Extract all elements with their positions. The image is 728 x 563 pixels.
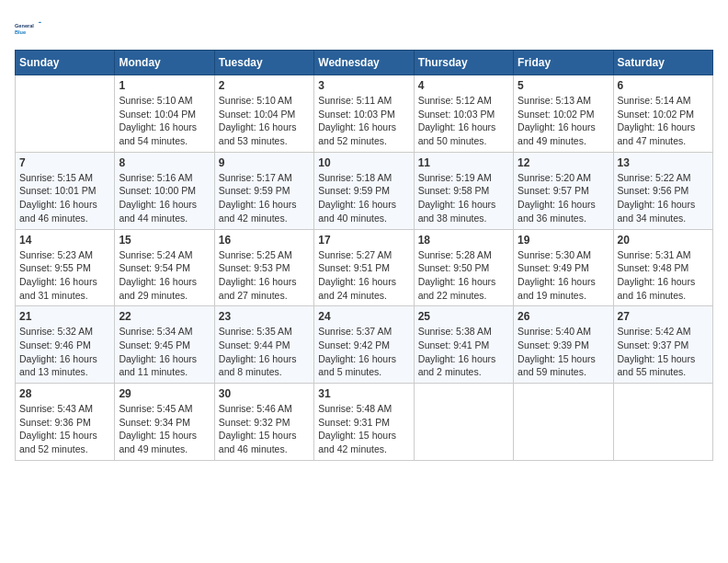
daylight-hours: Daylight: 16 hours and 29 minutes. (119, 276, 197, 301)
sunrise-time: Sunrise: 5:30 AM (518, 249, 591, 260)
daylight-hours: Daylight: 16 hours and 46 minutes. (19, 199, 97, 224)
calendar-cell: 12 Sunrise: 5:20 AM Sunset: 9:57 PM Dayl… (514, 152, 613, 229)
sunrise-time: Sunrise: 5:38 AM (418, 326, 492, 337)
day-info: Sunrise: 5:24 AM Sunset: 9:54 PM Dayligh… (119, 248, 210, 303)
sunset-time: Sunset: 9:41 PM (418, 339, 490, 350)
daylight-hours: Daylight: 16 hours and 53 minutes. (219, 121, 297, 146)
day-number: 26 (518, 310, 609, 323)
svg-text:Blue: Blue (15, 29, 26, 35)
day-number: 25 (418, 310, 509, 323)
day-info: Sunrise: 5:43 AM Sunset: 9:36 PM Dayligh… (19, 402, 110, 456)
sunset-time: Sunset: 9:54 PM (119, 262, 190, 273)
day-number: 16 (219, 234, 310, 247)
sunrise-time: Sunrise: 5:19 AM (418, 172, 492, 183)
sunrise-time: Sunrise: 5:35 AM (219, 326, 292, 337)
calendar-cell (414, 384, 513, 461)
sunrise-time: Sunrise: 5:31 AM (618, 249, 691, 260)
week-row-3: 14 Sunrise: 5:23 AM Sunset: 9:55 PM Dayl… (16, 229, 713, 306)
day-number: 3 (318, 79, 409, 92)
sunset-time: Sunset: 9:34 PM (119, 417, 190, 428)
sunset-time: Sunset: 10:02 PM (518, 109, 594, 120)
day-number: 2 (219, 79, 310, 92)
day-info: Sunrise: 5:34 AM Sunset: 9:45 PM Dayligh… (119, 325, 210, 379)
day-info: Sunrise: 5:13 AM Sunset: 10:02 PM Daylig… (518, 94, 609, 148)
calendar-cell: 31 Sunrise: 5:48 AM Sunset: 9:31 PM Dayl… (314, 384, 414, 461)
daylight-hours: Daylight: 16 hours and 49 minutes. (518, 121, 596, 146)
daylight-hours: Daylight: 16 hours and 34 minutes. (618, 199, 696, 224)
sunset-time: Sunset: 9:37 PM (618, 339, 689, 350)
sunset-time: Sunset: 9:31 PM (318, 417, 390, 428)
calendar-cell (16, 75, 115, 153)
day-info: Sunrise: 5:10 AM Sunset: 10:04 PM Daylig… (119, 94, 210, 148)
sunset-time: Sunset: 9:42 PM (318, 339, 390, 350)
day-number: 28 (19, 387, 110, 400)
daylight-hours: Daylight: 16 hours and 44 minutes. (119, 199, 197, 224)
daylight-hours: Daylight: 16 hours and 31 minutes. (19, 276, 97, 301)
calendar-cell: 24 Sunrise: 5:37 AM Sunset: 9:42 PM Dayl… (314, 306, 414, 384)
sunset-time: Sunset: 10:03 PM (418, 109, 495, 120)
daylight-hours: Daylight: 16 hours and 5 minutes. (318, 353, 396, 378)
sunset-time: Sunset: 9:46 PM (19, 339, 91, 350)
calendar-cell: 1 Sunrise: 5:10 AM Sunset: 10:04 PM Dayl… (115, 75, 214, 153)
sunrise-time: Sunrise: 5:10 AM (119, 95, 192, 106)
daylight-hours: Daylight: 16 hours and 22 minutes. (418, 276, 496, 301)
header: General Blue (15, 15, 713, 42)
daylight-hours: Daylight: 16 hours and 40 minutes. (318, 199, 396, 224)
daylight-hours: Daylight: 16 hours and 2 minutes. (418, 353, 496, 378)
calendar-cell: 5 Sunrise: 5:13 AM Sunset: 10:02 PM Dayl… (514, 75, 613, 153)
daylight-hours: Daylight: 15 hours and 42 minutes. (318, 430, 396, 454)
day-number: 14 (19, 234, 110, 247)
day-number: 27 (618, 310, 709, 323)
sunrise-time: Sunrise: 5:40 AM (518, 326, 591, 337)
calendar-cell: 15 Sunrise: 5:24 AM Sunset: 9:54 PM Dayl… (115, 229, 214, 306)
calendar-cell: 10 Sunrise: 5:18 AM Sunset: 9:59 PM Dayl… (314, 152, 414, 229)
day-number: 9 (219, 156, 310, 169)
day-number: 5 (518, 79, 609, 92)
sunrise-time: Sunrise: 5:10 AM (219, 95, 292, 106)
day-info: Sunrise: 5:40 AM Sunset: 9:39 PM Dayligh… (518, 325, 609, 379)
day-info: Sunrise: 5:25 AM Sunset: 9:53 PM Dayligh… (219, 248, 310, 303)
day-number: 10 (318, 156, 409, 169)
day-info: Sunrise: 5:42 AM Sunset: 9:37 PM Dayligh… (618, 325, 709, 379)
day-number: 30 (219, 387, 310, 400)
calendar-cell: 7 Sunrise: 5:15 AM Sunset: 10:01 PM Dayl… (16, 152, 115, 229)
sunrise-time: Sunrise: 5:15 AM (19, 172, 93, 183)
day-info: Sunrise: 5:38 AM Sunset: 9:41 PM Dayligh… (418, 325, 509, 379)
day-number: 6 (618, 79, 709, 92)
day-info: Sunrise: 5:11 AM Sunset: 10:03 PM Daylig… (318, 94, 409, 148)
calendar-cell: 9 Sunrise: 5:17 AM Sunset: 9:59 PM Dayli… (214, 152, 313, 229)
daylight-hours: Daylight: 16 hours and 11 minutes. (119, 353, 197, 378)
sunset-time: Sunset: 9:59 PM (219, 185, 290, 196)
calendar-cell: 4 Sunrise: 5:12 AM Sunset: 10:03 PM Dayl… (414, 75, 513, 153)
day-info: Sunrise: 5:17 AM Sunset: 9:59 PM Dayligh… (219, 171, 310, 225)
calendar-cell: 19 Sunrise: 5:30 AM Sunset: 9:49 PM Dayl… (514, 229, 613, 306)
day-info: Sunrise: 5:45 AM Sunset: 9:34 PM Dayligh… (119, 402, 210, 456)
calendar-cell: 29 Sunrise: 5:45 AM Sunset: 9:34 PM Dayl… (115, 384, 214, 461)
sunset-time: Sunset: 9:36 PM (19, 417, 91, 428)
day-number: 13 (618, 156, 709, 169)
day-number: 12 (518, 156, 609, 169)
sunset-time: Sunset: 9:58 PM (418, 185, 490, 196)
day-number: 15 (119, 234, 210, 247)
day-number: 22 (119, 310, 210, 323)
sunrise-time: Sunrise: 5:45 AM (119, 403, 192, 414)
calendar-cell: 25 Sunrise: 5:38 AM Sunset: 9:41 PM Dayl… (414, 306, 513, 384)
day-info: Sunrise: 5:22 AM Sunset: 9:56 PM Dayligh… (618, 171, 709, 225)
daylight-hours: Daylight: 16 hours and 54 minutes. (119, 121, 197, 146)
logo-icon: General Blue (15, 15, 42, 42)
sunrise-time: Sunrise: 5:12 AM (418, 95, 492, 106)
daylight-hours: Daylight: 16 hours and 27 minutes. (219, 276, 297, 301)
sunset-time: Sunset: 9:53 PM (219, 262, 290, 273)
calendar-cell: 23 Sunrise: 5:35 AM Sunset: 9:44 PM Dayl… (214, 306, 313, 384)
daylight-hours: Daylight: 15 hours and 55 minutes. (618, 353, 696, 378)
day-info: Sunrise: 5:10 AM Sunset: 10:04 PM Daylig… (219, 94, 310, 148)
day-info: Sunrise: 5:23 AM Sunset: 9:55 PM Dayligh… (19, 248, 110, 303)
sunset-time: Sunset: 9:55 PM (19, 262, 91, 273)
day-number: 17 (318, 234, 409, 247)
daylight-hours: Daylight: 16 hours and 38 minutes. (418, 199, 496, 224)
calendar-cell: 13 Sunrise: 5:22 AM Sunset: 9:56 PM Dayl… (613, 152, 712, 229)
sunrise-time: Sunrise: 5:23 AM (19, 249, 93, 260)
calendar-cell: 22 Sunrise: 5:34 AM Sunset: 9:45 PM Dayl… (115, 306, 214, 384)
sunset-time: Sunset: 9:49 PM (518, 262, 589, 273)
daylight-hours: Daylight: 15 hours and 52 minutes. (19, 430, 97, 454)
